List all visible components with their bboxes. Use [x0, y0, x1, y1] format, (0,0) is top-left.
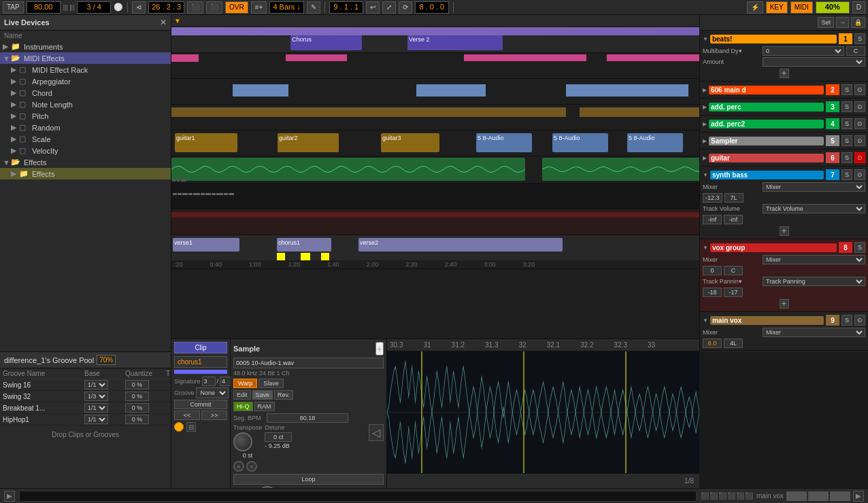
breakbeat-base-select[interactable]: 1/16	[84, 403, 108, 413]
beats-num[interactable]: 1	[839, 33, 852, 44]
sample-plus-btn[interactable]: +	[375, 342, 384, 355]
transport-fader[interactable]	[786, 491, 807, 501]
synthbass-expand-btn[interactable]: ▼	[703, 172, 708, 178]
time2-display[interactable]: 9 . 1 . 1	[329, 1, 363, 14]
sidebar-item-midi-effects[interactable]: ▼ 📂 MIDI Effects	[0, 52, 171, 64]
guitar-expand-btn[interactable]: ▶	[703, 155, 707, 161]
mixer-icon-btn[interactable]: ≡+	[251, 1, 267, 14]
groove-row-swing32[interactable]: Swing 32 1/32	[0, 391, 171, 402]
sampler-expand-btn[interactable]: ▶	[703, 138, 707, 144]
beats-s-btn[interactable]: S	[854, 33, 865, 44]
clip-lock-btn[interactable]: ⊟	[186, 422, 196, 432]
hiphop-quantize-input[interactable]	[125, 415, 149, 424]
loop-end-btn[interactable]: ⤢	[382, 1, 396, 14]
loop-start-btn[interactable]: ↩	[366, 1, 380, 14]
groove-row-swing16[interactable]: Swing 16 1/16	[0, 379, 171, 391]
mainvox-ctrl-sel1[interactable]: Mixer	[763, 328, 865, 337]
groove-row-breakbeat[interactable]: Breakbeat 1... 1/16	[0, 402, 171, 414]
synthbass-add-btn[interactable]: +	[780, 226, 789, 236]
sampler-r-btn[interactable]: ⊙	[854, 135, 865, 146]
beats-add-btn[interactable]: +	[780, 69, 789, 78]
perc2-block[interactable]	[171, 107, 566, 117]
transpose-knob[interactable]	[233, 432, 252, 451]
sidebar-item-effects[interactable]: ▶ 📁 Effects	[0, 168, 171, 179]
rec-button1[interactable]: ⬛	[187, 1, 203, 14]
606-r-btn[interactable]: ⊙	[854, 84, 865, 95]
loop-btn[interactable]: Loop	[233, 474, 384, 485]
sidebar-item-chord[interactable]: ▶ ▢ Chord	[0, 87, 171, 99]
chorus1-clip[interactable]: chorus1	[277, 238, 331, 252]
clip-chorus[interactable]: Chorus	[290, 35, 362, 50]
detune-input[interactable]	[265, 432, 292, 442]
loop-btn2[interactable]: ⟳	[399, 1, 412, 14]
perc2-expand-btn[interactable]: ▶	[703, 121, 707, 127]
slave-btn[interactable]: Slave	[258, 379, 284, 388]
mainvox-expand-btn[interactable]: ▼	[703, 317, 708, 324]
perc-expand-btn[interactable]: ▶	[703, 104, 707, 110]
groove-pct[interactable]: 70%	[97, 355, 116, 365]
guitar3-block[interactable]: guitar3	[381, 133, 439, 152]
tap-button[interactable]: TAP	[3, 1, 24, 14]
guitar2-block[interactable]: guitar2	[278, 133, 339, 152]
sig-num-input[interactable]	[202, 377, 216, 386]
606-name[interactable]: 606 main d	[709, 86, 824, 94]
sidebar-item-instruments[interactable]: ▶ 📁 Instruments	[0, 41, 171, 52]
edit-btn[interactable]: Edit	[233, 390, 251, 400]
sample-filename-input[interactable]	[233, 358, 384, 368]
clip-color-bar[interactable]	[174, 370, 227, 374]
mixer-lock-btn[interactable]: 🔒	[851, 17, 865, 28]
next-clip-btn[interactable]: >>	[201, 411, 227, 420]
synthbass-ctrl-sel2[interactable]: Track Volume	[763, 204, 865, 213]
swing32-quantize-input[interactable]	[125, 392, 149, 401]
loop-range-display[interactable]: 8 . 0 . 0	[415, 1, 449, 14]
swing16-quantize-input[interactable]	[125, 380, 149, 389]
perc2-r-btn[interactable]: ⊙	[854, 118, 865, 129]
sidebar-item-pitch[interactable]: ▶ ▢ Pitch	[0, 110, 171, 122]
verse1-clip[interactable]: verse1	[173, 238, 239, 252]
sidebar-close-btn[interactable]: ✕	[160, 18, 167, 27]
key-btn[interactable]: KEY	[766, 1, 788, 14]
audio3-block[interactable]: 5 8-Audio	[627, 133, 683, 152]
rec-button2[interactable]: ⬛	[206, 1, 222, 14]
sidebar-item-note-length[interactable]: ▶ ▢ Note Length	[0, 99, 171, 110]
sidebar-item-scale[interactable]: ▶ ▢ Scale	[0, 133, 171, 145]
perc-name[interactable]: add. perc	[709, 103, 824, 111]
synthbass-ctrl-sel1[interactable]: Mixer	[763, 182, 865, 192]
swing16-base-select[interactable]: 1/16	[84, 380, 108, 389]
time-sig-display[interactable]: 3 / 4	[77, 1, 111, 14]
ram-btn[interactable]: RAM	[254, 402, 275, 411]
rev-btn[interactable]: Rev.	[274, 390, 293, 400]
midi-btn[interactable]: MIDI	[790, 1, 813, 14]
beats-ctrl-sel2[interactable]	[763, 57, 865, 67]
breakbeat-quantize-input[interactable]	[125, 403, 149, 413]
warp-btn[interactable]: Warp	[233, 379, 257, 388]
mainvox-s-btn[interactable]: S	[841, 315, 852, 326]
bpm-display[interactable]: 80.00	[27, 1, 61, 14]
status-right-btn[interactable]: ▶	[853, 491, 864, 502]
blue-block[interactable]	[566, 84, 688, 97]
synthbass-name[interactable]: synth bass	[710, 171, 824, 179]
reverse-btn[interactable]: ◁	[369, 424, 384, 441]
vox-ctrl-sel2[interactable]: Track Panning	[763, 277, 865, 286]
play-btn[interactable]: ▶	[4, 491, 15, 502]
sampler-name[interactable]: Sampler	[709, 137, 824, 145]
perc2-num[interactable]: 4	[826, 118, 839, 129]
seg-bpm-input[interactable]	[267, 413, 348, 423]
position-display[interactable]: 26 . 2 . 3	[148, 1, 184, 14]
clip-color-dot[interactable]	[174, 422, 184, 432]
bars-display[interactable]: 4 Bars ↓	[269, 1, 303, 14]
cpu-btn[interactable]: ⚡	[747, 1, 763, 14]
clip-tab[interactable]: Clip	[174, 342, 227, 353]
sampler-s-btn[interactable]: S	[841, 135, 852, 146]
mainvox-name[interactable]: main vox	[710, 316, 824, 325]
perc-s-btn[interactable]: S	[841, 101, 852, 112]
clip-name-input[interactable]	[174, 356, 227, 368]
volume-display[interactable]: 40%	[816, 1, 850, 14]
ovr-button[interactable]: OVR	[225, 1, 248, 14]
grain-knob[interactable]	[258, 486, 277, 488]
beats-name[interactable]: beats!	[710, 35, 837, 44]
sidebar-item-velocity[interactable]: ▶ ▢ VelocIty	[0, 145, 171, 156]
hiq-btn[interactable]: Hi-Q	[233, 402, 253, 411]
vox-s-btn[interactable]: S	[854, 242, 865, 253]
synthbass-r-btn[interactable]: ⊙	[854, 169, 865, 180]
